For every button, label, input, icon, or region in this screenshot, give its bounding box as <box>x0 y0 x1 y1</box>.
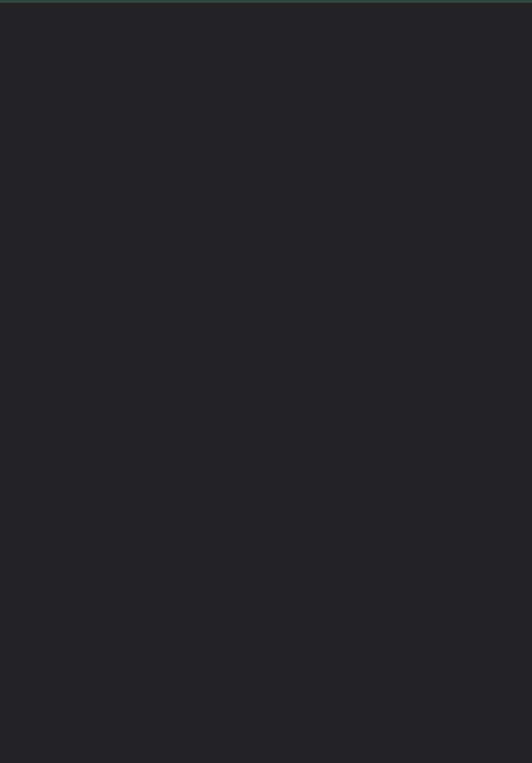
window-top-edge <box>0 0 532 3</box>
watermark <box>523 734 529 735</box>
